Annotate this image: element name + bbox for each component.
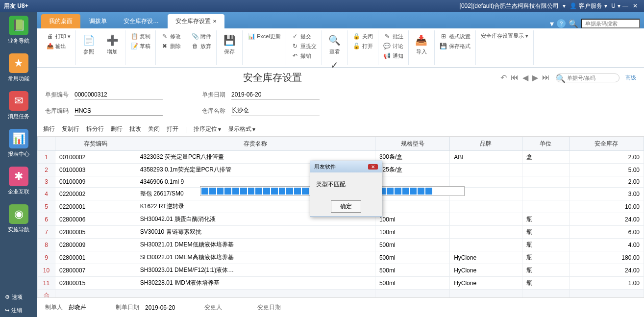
cell-qty[interactable]: 180.00: [569, 251, 644, 264]
cell-code[interactable]: 00100003: [55, 164, 136, 176]
cell-brand[interactable]: [450, 200, 522, 213]
copy-button[interactable]: 📋复制: [128, 31, 152, 41]
tab-safety-2[interactable]: 安全库存设置✕: [168, 14, 224, 28]
column-header[interactable]: 品牌: [450, 137, 522, 151]
cell-code[interactable]: 02800006: [55, 213, 136, 226]
cell-name[interactable]: SH30022.01 DMEM高糖液体培养基: [136, 251, 375, 264]
nav-item[interactable]: ✱企业互联: [8, 167, 29, 195]
saveformat-button[interactable]: 💾保存格式: [438, 41, 472, 51]
modify-button[interactable]: ✎修改: [159, 31, 183, 41]
prev-icon[interactable]: ◀: [521, 72, 529, 83]
wh-code-value[interactable]: HNCS: [74, 106, 163, 116]
cell-code[interactable]: 00100002: [55, 151, 136, 164]
minimize-button[interactable]: —: [620, 2, 630, 9]
chevron-down-icon[interactable]: ▾: [550, 19, 554, 28]
doc-no-value[interactable]: 0000000312: [74, 90, 163, 99]
cell-brand[interactable]: HyClone: [450, 264, 522, 277]
cell-unit[interactable]: [522, 176, 569, 188]
cell-qty[interactable]: 24.00: [569, 264, 644, 277]
nav-item[interactable]: ★常用功能: [8, 53, 29, 82]
cell-name[interactable]: SH30228.01 IMDM液体培养基: [136, 277, 375, 290]
cell-unit[interactable]: [522, 200, 569, 213]
cell-unit[interactable]: 瓶: [522, 226, 569, 239]
print-button[interactable]: 🖨打印 ▾: [44, 31, 73, 41]
wh-name-value[interactable]: 长沙仓: [231, 105, 320, 116]
cell-code[interactable]: 02800007: [55, 264, 136, 277]
cell-unit[interactable]: 瓶: [522, 251, 569, 264]
cell-spec[interactable]: 500ml: [375, 239, 449, 251]
cell-unit[interactable]: 瓶: [522, 264, 569, 277]
draft-button[interactable]: 📝草稿: [128, 41, 152, 51]
cell-qty[interactable]: 3.00: [569, 188, 644, 200]
format-button[interactable]: ⊞格式设置: [438, 31, 472, 41]
cell-brand[interactable]: [450, 239, 522, 251]
nav-item[interactable]: ◉实施导航: [8, 204, 29, 233]
close-button[interactable]: ✕: [630, 2, 640, 9]
reference-button[interactable]: 📄参照: [79, 31, 99, 56]
approve-button[interactable]: ✎批注: [381, 31, 405, 41]
cell-name[interactable]: SV30010 青链霉素双抗: [136, 226, 375, 239]
cell-qty[interactable]: 1.00: [569, 277, 644, 290]
cell-unit[interactable]: [522, 188, 569, 200]
cell-unit[interactable]: 瓶: [522, 277, 569, 290]
search-icon[interactable]: 🔍: [569, 19, 578, 28]
cell-brand[interactable]: ABI: [450, 151, 522, 164]
customer-service[interactable]: 👤 客户服务 ▾: [570, 2, 607, 10]
notify-button[interactable]: 📢通知: [381, 51, 405, 61]
cell-brand[interactable]: [450, 164, 522, 176]
cell-code[interactable]: 02200001: [55, 200, 136, 213]
cell-unit[interactable]: 瓶: [522, 213, 569, 226]
cell-name[interactable]: SH30021.01 DMEM低糖液体培养基: [136, 239, 375, 251]
cell-qty[interactable]: 4.00: [569, 239, 644, 251]
u-menu[interactable]: U ▾: [611, 2, 620, 9]
insert-row-button[interactable]: 插行: [43, 125, 55, 133]
table-row[interactable]: 8 02800009 SH30021.01 DMEM低糖液体培养基 500ml …: [38, 239, 644, 251]
table-row[interactable]: 7 02800005 SV30010 青链霉素双抗 100ml 瓶 6.00: [38, 226, 644, 239]
cell-unit[interactable]: 瓶: [522, 239, 569, 251]
cell-code[interactable]: 02800015: [55, 277, 136, 290]
dropdown-icon[interactable]: ▾: [563, 2, 566, 9]
cell-name[interactable]: SH30023.01 DMEM/F12(1:1)液体…: [136, 264, 375, 277]
last-icon[interactable]: ⏭: [541, 72, 551, 83]
cell-spec[interactable]: 500ml: [375, 264, 449, 277]
open-row-button[interactable]: 打开: [167, 125, 178, 133]
cell-unit[interactable]: [522, 164, 569, 176]
cell-qty[interactable]: 5.00: [569, 164, 644, 176]
column-header[interactable]: 存货编码: [55, 137, 136, 151]
cell-spec[interactable]: 300条/盒: [375, 151, 449, 164]
display-setting-button[interactable]: 安全库存设置显示 ▾: [479, 31, 530, 41]
cell-brand[interactable]: HyClone: [450, 277, 522, 290]
cell-qty[interactable]: 2.00: [569, 176, 644, 188]
discuss-button[interactable]: 💬讨论: [381, 41, 405, 51]
output-button[interactable]: 📤输出: [44, 41, 73, 51]
column-header[interactable]: 单位: [522, 137, 569, 151]
cell-spec[interactable]: 100ml: [375, 226, 449, 239]
cell-qty[interactable]: 10.00: [569, 200, 644, 213]
cell-code[interactable]: 00100009: [55, 176, 136, 188]
cell-spec[interactable]: 100ml: [375, 213, 449, 226]
tab-transfer[interactable]: 调拨单: [81, 14, 115, 28]
company-name[interactable]: [002](default)合肥兰杰柯科技有限公司: [460, 2, 559, 10]
barcode-search-input[interactable]: [581, 19, 640, 28]
column-header[interactable]: 安全库存: [569, 137, 644, 151]
copy-row-button[interactable]: 复制行: [62, 125, 79, 133]
cell-code[interactable]: 02200002: [55, 188, 136, 200]
table-row[interactable]: 9 02800001 SH30022.01 DMEM高糖液体培养基 500ml …: [38, 251, 644, 264]
save-button[interactable]: 💾保存: [220, 31, 239, 56]
dialog-ok-button[interactable]: 确定: [331, 200, 361, 213]
nav-item[interactable]: 📗业务导航: [8, 16, 29, 45]
excel-button[interactable]: 📊Excel更新: [246, 31, 283, 41]
cell-brand[interactable]: HyClone: [450, 251, 522, 264]
discard-button[interactable]: 🗑放弃: [189, 41, 213, 51]
table-row[interactable]: 11 02800015 SH30228.01 IMDM液体培养基 500ml H…: [38, 277, 644, 290]
help-icon[interactable]: ?: [557, 19, 566, 28]
undo-icon[interactable]: ↶: [499, 72, 508, 83]
cell-code[interactable]: 02800009: [55, 239, 136, 251]
cell-code[interactable]: 02800001: [55, 251, 136, 264]
cell-brand[interactable]: [450, 226, 522, 239]
add-button[interactable]: ➕增加: [102, 31, 122, 56]
close-icon[interactable]: ✕: [213, 19, 217, 24]
display-format-button[interactable]: 显示格式 ▾: [228, 125, 255, 133]
cell-brand[interactable]: [450, 213, 522, 226]
tab-desktop[interactable]: 我的桌面: [41, 14, 80, 28]
